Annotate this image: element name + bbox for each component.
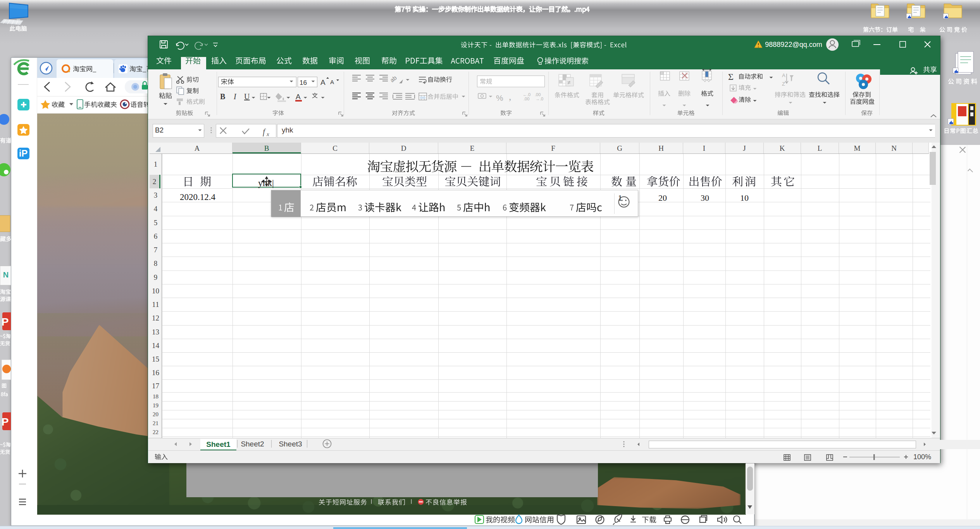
svg-text:P: P	[2, 416, 9, 428]
svg-text:N: N	[3, 271, 9, 279]
svg-text:A: A	[296, 93, 301, 101]
svg-text:Σ: Σ	[728, 72, 734, 82]
svg-text:,: ,	[509, 91, 512, 102]
svg-text:.00: .00	[524, 96, 529, 101]
svg-text:f: f	[263, 127, 266, 136]
svg-text:Z: Z	[782, 81, 785, 87]
svg-text:→.0: →.0	[536, 96, 543, 101]
svg-text:%: %	[496, 93, 503, 102]
svg-text:A: A	[320, 78, 326, 86]
svg-text:ab: ab	[389, 74, 398, 84]
svg-text:iP: iP	[19, 148, 28, 159]
svg-text:A: A	[782, 72, 785, 78]
svg-text:P: P	[2, 316, 9, 328]
svg-text:x: x	[266, 131, 269, 137]
svg-text:A: A	[330, 79, 334, 85]
svg-text:≠: ≠	[567, 79, 570, 86]
